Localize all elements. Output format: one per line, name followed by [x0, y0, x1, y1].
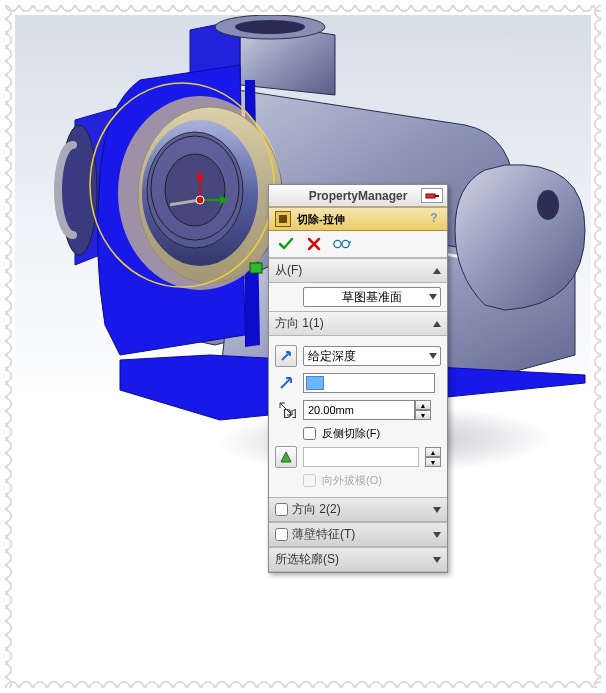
manipulator-triad[interactable] — [170, 170, 230, 230]
section-dir1-body: 给定深度 D1 ▲ ▼ — [269, 336, 447, 497]
flip-side-label: 反侧切除(F) — [322, 426, 380, 441]
dir2-enable-checkbox[interactable] — [275, 503, 288, 516]
section-from-head[interactable]: 从(F) — [269, 258, 447, 283]
direction-selection-box[interactable] — [303, 373, 435, 393]
svg-point-20 — [342, 240, 349, 247]
ok-button[interactable] — [277, 235, 295, 253]
from-selected: 草图基准面 — [308, 289, 436, 306]
section-dir1-head[interactable]: 方向 1(1) — [269, 311, 447, 336]
dropdown-arrow-icon — [429, 353, 437, 359]
draft-spin-down[interactable]: ▼ — [425, 457, 441, 467]
section-contours-head[interactable]: 所选轮廓(S) — [269, 547, 447, 572]
svg-rect-18 — [426, 194, 435, 198]
help-button[interactable]: ? — [427, 211, 441, 225]
svg-marker-14 — [220, 196, 230, 204]
section-thin-head[interactable]: 薄壁特征(T) — [269, 522, 447, 547]
svg-line-15 — [170, 200, 200, 208]
end-condition-value: 给定深度 — [308, 348, 356, 365]
depth-input[interactable] — [303, 400, 415, 420]
thin-label: 薄壁特征(T) — [292, 526, 355, 543]
from-label: 从(F) — [275, 263, 302, 277]
cancel-button[interactable] — [305, 235, 323, 253]
dir2-label: 方向 2(2) — [292, 501, 341, 518]
chevron-up-icon — [433, 268, 441, 274]
cut-extrude-icon — [275, 211, 291, 227]
from-combo[interactable]: 草图基准面 — [303, 287, 441, 307]
chevron-down-icon — [433, 532, 441, 538]
svg-marker-12 — [196, 170, 204, 180]
chevron-down-icon — [433, 507, 441, 513]
draft-spin-up[interactable]: ▲ — [425, 447, 441, 457]
contours-label: 所选轮廓(S) — [275, 552, 339, 566]
svg-point-19 — [334, 240, 341, 247]
svg-point-17 — [196, 196, 204, 204]
chevron-down-icon — [433, 557, 441, 563]
reverse-direction-button[interactable] — [275, 345, 297, 367]
panel-title: PropertyManager — [309, 189, 408, 203]
end-condition-combo[interactable]: 给定深度 — [303, 346, 441, 366]
svg-text:D1: D1 — [283, 407, 296, 419]
draft-angle-input[interactable] — [303, 447, 419, 467]
panel-header: PropertyManager — [269, 185, 447, 207]
section-from-body: 草图基准面 — [269, 283, 447, 311]
flip-side-checkbox[interactable] — [303, 427, 316, 440]
draft-outward-label: 向外拔模(O) — [322, 473, 382, 488]
direction-arrow-icon — [275, 372, 297, 394]
svg-point-2 — [235, 20, 305, 34]
section-dir2-head[interactable]: 方向 2(2) — [269, 497, 447, 522]
action-row — [269, 231, 447, 258]
dir1-label: 方向 1(1) — [275, 316, 324, 330]
feature-name: 切除-拉伸 — [297, 212, 345, 227]
chevron-up-icon — [433, 321, 441, 327]
selection-color-swatch — [306, 376, 324, 390]
feature-title-bar: 切除-拉伸 ? — [269, 207, 447, 231]
preview-button[interactable] — [333, 235, 351, 253]
draft-button[interactable] — [275, 446, 297, 468]
dropdown-arrow-icon — [429, 294, 437, 300]
thin-enable-checkbox[interactable] — [275, 528, 288, 541]
depth-spin-up[interactable]: ▲ — [415, 400, 431, 410]
depth-spin-down[interactable]: ▼ — [415, 410, 431, 420]
pin-button[interactable] — [421, 188, 443, 203]
svg-point-0 — [537, 190, 559, 220]
property-manager-panel: PropertyManager 切除-拉伸 ? 从(F) — [268, 184, 448, 573]
draft-outward-checkbox — [303, 474, 316, 487]
depth-dimension-icon: D1 — [275, 399, 297, 421]
svg-rect-10 — [250, 263, 262, 273]
